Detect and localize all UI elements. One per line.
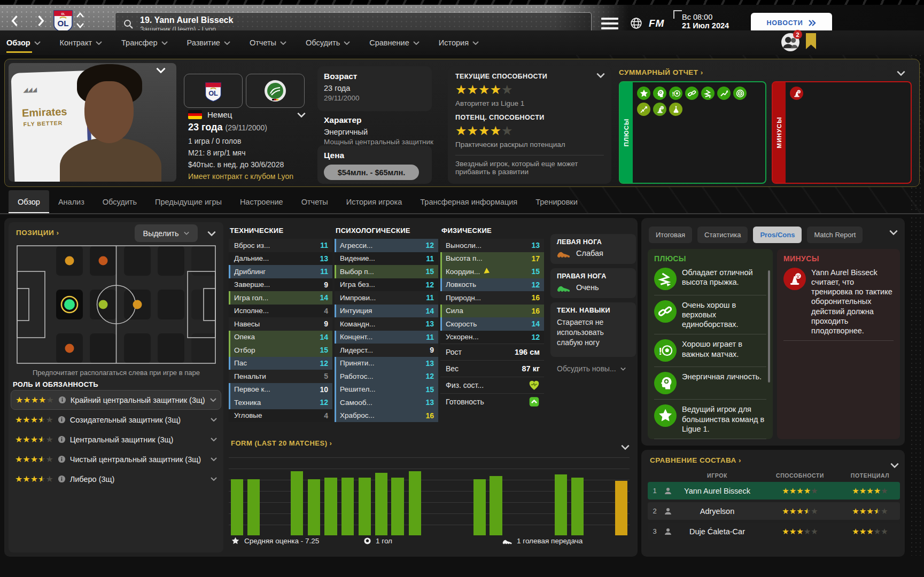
physical-info-row[interactable]: Готовность: [440, 393, 544, 410]
attribute-row[interactable]: Видение...11: [335, 252, 438, 266]
attribute-row[interactable]: Отбор15: [229, 344, 332, 357]
attribute-row[interactable]: Высота п...17: [440, 252, 544, 266]
squad-row-Yann Aurel Bisseck[interactable]: 1Yann Aurel Bisseck★★★★★★★★★★: [648, 482, 900, 500]
chevron-down-icon[interactable]: [211, 477, 216, 481]
form-title[interactable]: FORM (LAST 20 MATCHES) ›: [231, 439, 332, 447]
attribute-row[interactable]: Лидерст...9: [335, 344, 438, 357]
subtab-Предыдущие игры[interactable]: Предыдущие игры: [146, 190, 231, 213]
attribute-row[interactable]: Координ...15: [440, 265, 544, 278]
form-bar[interactable]: [490, 476, 502, 535]
form-bar[interactable]: [571, 478, 584, 535]
attribute-row[interactable]: Исполне...4: [229, 305, 332, 318]
subtab-Трансферная информация[interactable]: Трансферная информация: [411, 190, 526, 213]
price-value-pill[interactable]: $54млн. - $65млн.: [324, 165, 419, 180]
nav-tab-Развитие[interactable]: Развитие: [187, 30, 229, 55]
ability-chevron-icon[interactable]: [596, 73, 605, 78]
chevron-down-icon[interactable]: [211, 457, 216, 461]
chevron-down-icon[interactable]: [211, 418, 216, 422]
forward-arrow-icon[interactable]: [34, 15, 48, 27]
nav-tab-Обзор[interactable]: Обзор: [6, 30, 40, 55]
form-bar[interactable]: [247, 479, 260, 535]
attribute-row[interactable]: Пас12: [229, 357, 332, 370]
pros-scrollbar[interactable]: [768, 270, 770, 383]
nav-tab-Обсудить[interactable]: Обсудить: [306, 30, 349, 55]
attribute-row[interactable]: Агресси...12: [335, 239, 438, 252]
form-bar-latest[interactable]: [615, 481, 627, 535]
player-switch-arrows-icon[interactable]: [76, 12, 84, 29]
subtab-Обзор[interactable]: Обзор: [9, 190, 49, 213]
info-icon[interactable]: [58, 435, 66, 443]
report-chevron-icon[interactable]: [889, 230, 898, 235]
nav-tab-Трансфер[interactable]: Трансфер: [121, 30, 167, 55]
subtab-Обсудить[interactable]: Обсудить: [94, 190, 146, 213]
subtab-Отчеты[interactable]: Отчеты: [292, 190, 337, 213]
subtab-Тренировки[interactable]: Тренировки: [526, 190, 587, 213]
form-bar[interactable]: [291, 471, 303, 535]
squad-chevron-icon[interactable]: [890, 463, 899, 468]
attribute-row[interactable]: Концент...11: [335, 331, 438, 344]
chevron-down-icon[interactable]: [210, 398, 215, 402]
report-tab-Pros/Cons[interactable]: Pros/Cons: [753, 227, 802, 243]
form-bar[interactable]: [375, 473, 387, 535]
form-bar[interactable]: [555, 474, 567, 535]
menu-icon[interactable]: [601, 18, 618, 29]
attribute-row[interactable]: Интуиция14: [335, 305, 438, 318]
form-bar[interactable]: [231, 479, 243, 535]
form-bar[interactable]: [308, 479, 320, 535]
attribute-row[interactable]: Решител...15: [335, 383, 438, 396]
nav-tab-Сравнение[interactable]: Сравнение: [369, 30, 418, 55]
nationality-chevron-icon[interactable]: [297, 112, 306, 118]
attribute-row[interactable]: Ловкость12: [440, 278, 544, 292]
subtab-Настроение[interactable]: Настроение: [231, 190, 292, 213]
form-bar[interactable]: [473, 479, 486, 535]
report-tab-Итоговая[interactable]: Итоговая: [649, 227, 692, 243]
attribute-row[interactable]: Дриблинг11: [229, 265, 332, 278]
squad-row-Duje Ćaleta-Car[interactable]: 3Duje Ćaleta-Car★★★★★★★★★★: [648, 523, 900, 540]
chevron-down-icon[interactable]: [211, 438, 216, 441]
physical-info-row[interactable]: Вес87 кг: [440, 360, 544, 377]
role-row[interactable]: ★★★★★★Центральный защитник (3щ): [11, 430, 221, 449]
attribute-row[interactable]: Пенальти5: [229, 370, 332, 383]
info-icon[interactable]: [58, 416, 66, 424]
back-arrow-icon[interactable]: [7, 15, 21, 27]
summary-chevron-icon[interactable]: [897, 71, 905, 76]
attribute-row[interactable]: Импрови...11: [335, 291, 438, 305]
attribute-row[interactable]: Техника12: [229, 396, 332, 409]
form-chevron-icon[interactable]: [621, 445, 630, 450]
physical-info-row[interactable]: Рост196 см: [440, 344, 544, 360]
form-bar[interactable]: [359, 478, 371, 535]
info-icon[interactable]: [58, 475, 66, 483]
nav-tab-История[interactable]: История: [439, 30, 478, 55]
squad-row-Adryelson[interactable]: 2Adryelson★★★★★★★★★★★★: [648, 502, 900, 520]
attribute-row[interactable]: Выбор п...15: [335, 265, 438, 278]
form-bar[interactable]: [409, 471, 421, 535]
club-crest-button[interactable]: OL: [184, 74, 243, 108]
attribute-row[interactable]: Работос...12: [335, 370, 438, 383]
positions-chevron-icon[interactable]: [207, 231, 216, 236]
squad-comparison-title[interactable]: СРАВНЕНИЕ СОСТАВА ›: [650, 456, 741, 464]
role-row[interactable]: ★★★★★★Чистый центральный защитник (3щ): [11, 449, 221, 469]
attribute-row[interactable]: Игра гол...14: [229, 291, 332, 305]
summary-report-title[interactable]: СУММАРНЫЙ ОТЧЕТ ›: [619, 68, 703, 76]
attribute-row[interactable]: Угловые4: [229, 409, 332, 423]
role-row[interactable]: ★★★★★★Созидательный защитник (3щ): [11, 410, 221, 430]
attribute-row[interactable]: Ускорен...12: [440, 331, 544, 344]
report-tab-Match Report[interactable]: Match Report: [807, 227, 863, 243]
subtab-Анализ[interactable]: Анализ: [49, 190, 94, 213]
highlight-dropdown-button[interactable]: Выделить: [135, 224, 198, 242]
physical-info-row[interactable]: Физ. сост...: [440, 377, 544, 393]
attribute-row[interactable]: Выносли...13: [440, 239, 544, 252]
attribute-row[interactable]: Командн...13: [335, 317, 438, 331]
discuss-dropdown[interactable]: Обсудить новы...: [557, 364, 626, 373]
info-icon[interactable]: [58, 455, 66, 463]
attribute-row[interactable]: Опека14: [229, 331, 332, 344]
form-bar[interactable]: [324, 478, 337, 535]
info-icon[interactable]: [58, 396, 66, 404]
attribute-row[interactable]: Скорость14: [440, 317, 544, 331]
attribute-row[interactable]: Храброс...16: [335, 409, 438, 423]
report-tab-Статистика[interactable]: Статистика: [697, 227, 748, 243]
role-row[interactable]: ★★★★★★Либеро (3щ): [11, 469, 221, 489]
role-row[interactable]: ★★★★★Крайний центральный защитник (3щ): [11, 390, 221, 410]
attribute-row[interactable]: Природн...16: [440, 291, 544, 305]
attribute-row[interactable]: Приняти...13: [335, 357, 438, 370]
